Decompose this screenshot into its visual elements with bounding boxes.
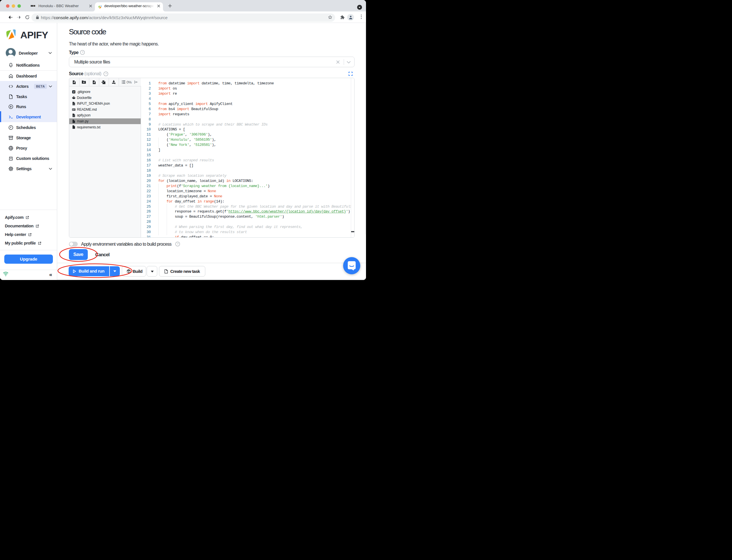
svg-text:?: ? — [177, 242, 179, 245]
svg-text:?: ? — [105, 72, 107, 75]
svg-text:?: ? — [82, 51, 83, 54]
